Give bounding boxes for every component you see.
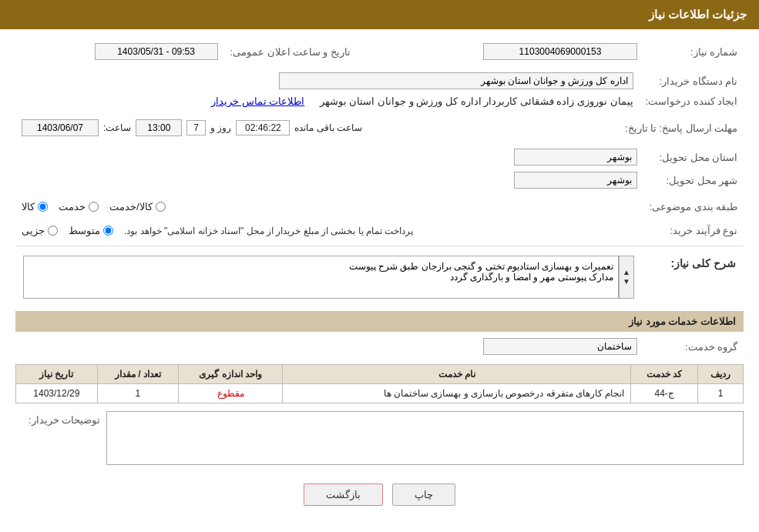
deadline-date-input[interactable] [22,119,99,136]
cell-name: انجام کارهای متفرقه درخصوص بازسازی و بهس… [283,384,631,403]
process-mottavaset-label: متوسط [69,225,100,236]
print-button[interactable]: چاپ [392,483,455,506]
category-label: طبقه بندی موضوعی: [643,198,744,216]
buyer-notes-textarea[interactable] [106,411,744,465]
category-kala-option[interactable]: کالا [22,201,48,212]
col-header-row: ردیف [698,365,744,384]
announce-datetime-value [15,40,224,63]
buyer-org-label: نام دستگاه خریدار: [640,69,744,92]
buttons-row: چاپ بازگشت [15,476,744,518]
buyer-org-input[interactable] [279,72,633,89]
back-button[interactable]: بازگشت [304,483,383,506]
deadline-days: 7 [186,120,206,136]
need-number-value [388,40,643,63]
category-radios: کالا خدمت کالا/خدمت [15,198,643,216]
form-table-buyer: نام دستگاه خریدار: ایجاد کننده درخواست: … [15,69,744,110]
page-title: جزئیات اطلاعات نیاز [649,8,747,21]
form-table-top: شماره نیاز: تاریخ و ساعت اعلان عمومی: [15,40,744,63]
process-mottavaset-radio[interactable] [103,226,113,236]
scroll-up-icon[interactable]: ▲ [623,269,630,276]
category-kala-khedmat-label: کالا/خدمت [109,201,153,212]
province-value [15,146,643,169]
category-kala-khedmat-radio[interactable] [156,202,166,212]
category-khedmat-option[interactable]: خدمت [59,201,99,212]
need-number-label: شماره نیاز: [643,40,744,63]
buyer-org-value [15,69,640,92]
separator-1 [15,246,744,246]
form-table-location: استان محل تحویل: شهر محل تحویل: [15,146,744,192]
category-khedmat-label: خدمت [59,201,86,212]
table-row: 1 ج-44 انجام کارهای متفرقه درخصوص بازساز… [16,384,744,403]
description-cell: ▲ ▼ [17,253,640,302]
deadline-time-label: ساعت: [103,122,131,133]
city-label: شهر محل تحویل: [643,169,744,192]
process-mottavaset-option[interactable]: متوسط [69,225,113,236]
cell-row: 1 [698,384,744,403]
process-note: پرداخت تمام یا بخشی از مبلغ خریدار از مح… [124,226,413,236]
process-jezyi-label: جزیی [22,225,45,236]
description-section-label: شرح کلی نیاز: [671,257,736,269]
service-group-label: گروه خدمت: [643,335,744,358]
form-table-service-group: گروه خدمت: [15,335,744,358]
category-kala-label: کالا [22,201,35,212]
deadline-label: مهلت ارسال پاسخ: تا تاریخ: [619,116,744,139]
deadline-row: ساعت: 7 روز و 02:46:22 ساعت باقی مانده [15,116,619,139]
process-row: جزیی متوسط پرداخت تمام یا بخشی از مبلغ خ… [15,222,643,239]
page-container: جزئیات اطلاعات نیاز شماره نیاز: تاریخ و … [0,0,759,532]
scroll-arrows[interactable]: ▲ ▼ [619,256,634,299]
announce-datetime-input[interactable] [95,43,218,60]
need-number-input[interactable] [483,43,637,60]
category-kala-radio[interactable] [38,202,48,212]
content-area: شماره نیاز: تاریخ و ساعت اعلان عمومی: نا… [0,29,759,529]
province-input[interactable] [514,149,637,166]
city-value [15,169,643,192]
category-kala-khedmat-option[interactable]: کالا/خدمت [109,201,166,212]
buyer-notes-row: توضیحات خریدار: [15,411,744,465]
creator-text: پیمان نوروزی زاده فشقائی کاربردار اداره … [320,95,633,107]
province-label: استان محل تحویل: [643,146,744,169]
announce-datetime-label: تاریخ و ساعت اعلان عمومی: [224,40,357,63]
creator-label: ایجاد کننده درخواست: [640,92,744,110]
city-input[interactable] [514,172,637,189]
creator-value: پیمان نوروزی زاده فشقائی کاربردار اداره … [15,92,640,110]
process-jezyi-radio[interactable] [48,226,58,236]
services-section-header: اطلاعات خدمات مورد نیاز [15,311,744,332]
deadline-days-label: روز و [210,122,231,133]
col-header-name: نام خدمت [283,365,631,384]
scroll-down-icon[interactable]: ▼ [623,278,630,286]
contact-link[interactable]: اطلاعات تماس خریدار [211,95,304,107]
service-group-input[interactable] [483,338,637,355]
countdown-value: 02:46:22 [236,120,290,136]
buyer-notes-label: توضیحات خریدار: [15,411,100,426]
form-table-process: نوع فرآیند خرید: جزیی متوسط پرداخت تمام … [15,222,744,239]
form-table-category: طبقه بندی موضوعی: کالا خدمت کالا/خدمت [15,198,744,216]
cell-date: 1403/12/29 [16,384,98,403]
page-header: جزئیات اطلاعات نیاز [0,0,759,29]
col-header-code: کد خدمت [631,365,698,384]
countdown-label: ساعت باقی مانده [294,122,362,133]
col-header-unit: واحد اندازه گیری [179,365,283,384]
description-textarea[interactable] [23,256,619,299]
description-table: شرح کلی نیاز: ▲ ▼ [15,251,744,303]
deadline-time-input[interactable] [136,119,182,136]
cell-quantity: 1 [97,384,179,403]
cell-unit: مقطوع [179,384,283,403]
form-table-deadline: مهلت ارسال پاسخ: تا تاریخ: ساعت: 7 روز و… [15,116,744,139]
category-khedmat-radio[interactable] [89,202,99,212]
col-header-date: تاریخ نیاز [16,365,98,384]
col-header-quantity: تعداد / مقدار [97,365,179,384]
process-jezyi-option[interactable]: جزیی [22,225,58,236]
service-group-value [15,335,643,358]
process-label: نوع فرآیند خرید: [643,222,744,239]
services-table: ردیف کد خدمت نام خدمت واحد اندازه گیری ت… [15,364,744,403]
cell-code: ج-44 [631,384,698,403]
